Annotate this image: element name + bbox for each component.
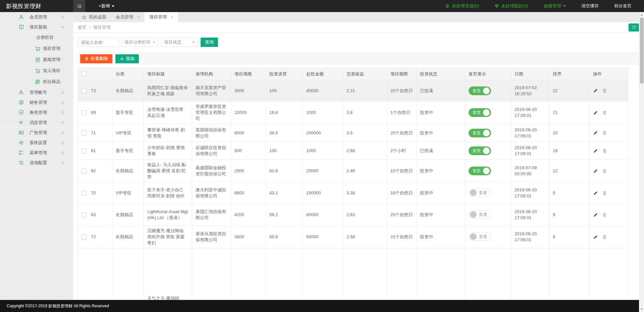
row-checkbox[interactable]: [82, 110, 87, 115]
sidebar-item-2[interactable]: 分类栏目: [0, 32, 73, 43]
progress-value: 43.1: [269, 190, 278, 195]
status-cell: 已投满: [417, 142, 465, 160]
delete-icon[interactable]: [602, 110, 607, 115]
sidebar-item-3[interactable]: 项目管理: [0, 43, 73, 54]
sidebar-item-11[interactable]: 广告管理: [0, 128, 73, 138]
featured-toggle[interactable]: 普通: [469, 188, 491, 197]
breadcrumb-home-link[interactable]: 首页: [78, 24, 87, 30]
status-cell: 投资中: [417, 226, 465, 248]
tab-2[interactable]: 项目管理×: [145, 12, 178, 22]
status-cell: 已投满: [417, 80, 465, 102]
home-icon: [82, 15, 87, 19]
table-row: 72长期精品沉睡魔咒-魔法降临 黑暗升级 冒险 家庭 奇幻香港兴晟投资担保有限公…: [78, 226, 628, 248]
table-row: 71VIP专区攀登者-珠峰传奇 剧情 冒险英国德信担保有限公司800038.52…: [78, 124, 628, 142]
edit-icon[interactable]: [593, 191, 598, 196]
name-search-input[interactable]: [78, 38, 119, 47]
scrollbar-up-arrow[interactable]: ▲: [639, 13, 644, 17]
delete-icon[interactable]: [602, 235, 607, 240]
sidebar-item-9[interactable]: 角色管理: [0, 108, 73, 118]
featured-toggle[interactable]: 普通: [469, 210, 491, 219]
delete-icon[interactable]: [602, 130, 607, 135]
edit-icon[interactable]: [593, 148, 598, 153]
category-filter-select[interactable]: 项目分类栏目: [121, 38, 158, 47]
row-checkbox[interactable]: [82, 148, 87, 153]
column-header-label: 项目期限: [390, 71, 408, 76]
row-checkbox[interactable]: [82, 212, 87, 217]
sidebar-item-1[interactable]: 项目新闻: [0, 22, 73, 32]
table-action-strip: 批量删除 添加: [78, 52, 639, 65]
scrollbar-down-arrow[interactable]: ▼: [639, 307, 644, 311]
column-header-11: 日期: [511, 68, 549, 80]
edit-icon[interactable]: [593, 169, 598, 174]
edit-icon[interactable]: [593, 235, 598, 240]
select-all-checkbox[interactable]: [82, 71, 87, 76]
sidebar-item-5[interactable]: 加入项目: [0, 65, 73, 76]
row-checkbox[interactable]: [82, 130, 87, 135]
sidebar-item-7[interactable]: 管理帐号: [0, 87, 73, 98]
featured-toggle[interactable]: 首页: [469, 129, 491, 137]
edit-icon[interactable]: [593, 88, 598, 93]
sidebar-item-label: 广告管理: [30, 130, 47, 136]
sidebar-item-10[interactable]: 消息管理: [0, 118, 73, 128]
batch-delete-button[interactable]: 批量删除: [80, 54, 112, 63]
row-checkbox[interactable]: [82, 235, 87, 240]
vertical-scrollbar[interactable]: ▲ ▼: [639, 12, 644, 312]
tab-close-icon[interactable]: ×: [171, 15, 173, 19]
actions-cell: [590, 248, 628, 300]
new-dropdown-button[interactable]: +新增: [99, 3, 114, 9]
sidebar-item-12[interactable]: 系统设置: [0, 138, 73, 148]
edit-icon[interactable]: [593, 130, 598, 135]
featured-toggle[interactable]: 首页: [469, 167, 491, 175]
duration-cell: 20个自然日: [387, 124, 417, 142]
scale-cell: 12000: [231, 102, 266, 124]
min-invest-value: 150000: [306, 190, 321, 195]
front-home-link[interactable]: 前台首页: [606, 0, 639, 12]
admin-role-menu[interactable]: 超级管理: [536, 0, 574, 12]
row-actions: [593, 212, 625, 217]
sidebar-item-0[interactable]: 会员管理: [0, 12, 73, 22]
delete-icon[interactable]: [602, 148, 607, 153]
min-invest-cell: 20000: [303, 160, 343, 182]
sidebar-item-14[interactable]: 选项配置: [0, 158, 73, 168]
featured-toggle[interactable]: 首页: [469, 86, 491, 95]
edit-icon[interactable]: [593, 110, 598, 115]
title-value: 天气之子-重现晴: [147, 296, 179, 300]
category-cell: 新手专区: [112, 142, 144, 160]
sidebar-item-4[interactable]: 新闻管理: [0, 54, 73, 65]
row-actions: [593, 88, 625, 93]
refresh-button[interactable]: [629, 23, 639, 32]
edit-icon[interactable]: [593, 212, 598, 217]
featured-toggle-label: 普通: [479, 234, 487, 240]
sidebar-item-8[interactable]: 财务管理: [0, 98, 73, 108]
sidebar-item-13[interactable]: 菜单管理: [0, 148, 73, 158]
delete-icon[interactable]: [602, 212, 607, 217]
clear-cache-link[interactable]: 清空缓存: [574, 0, 606, 12]
add-button[interactable]: 添加: [115, 54, 139, 63]
pending-recharge-link[interactable]: 未处理充值(0): [437, 0, 487, 12]
featured-toggle[interactable]: 首页: [469, 108, 491, 117]
delete-icon[interactable]: [602, 88, 607, 93]
delete-icon[interactable]: [602, 169, 607, 174]
sidebar-toggle-button[interactable]: [73, 0, 85, 12]
category-cell: VIP专区: [112, 124, 144, 142]
scale-cell: [231, 248, 266, 300]
sidebar-item-6[interactable]: 积分商品: [0, 76, 73, 87]
scrollbar-thumb[interactable]: [640, 17, 644, 84]
row-actions: [593, 191, 625, 196]
status-filter-select[interactable]: 项目状态: [161, 38, 198, 47]
featured-toggle[interactable]: 首页: [469, 146, 491, 155]
filter-row: 项目分类栏目 项目状态 查询: [78, 38, 639, 47]
delete-icon[interactable]: [602, 191, 607, 196]
tab-close-icon[interactable]: ×: [137, 15, 140, 19]
row-checkbox[interactable]: [82, 88, 87, 93]
row-checkbox[interactable]: [82, 191, 87, 196]
withdraw-gem-icon: [494, 4, 499, 8]
title-value: 风雨同仁堂-除瘟救命 民族之魂 戏曲: [147, 85, 188, 96]
tab-1[interactable]: 会员管理×: [111, 12, 145, 22]
row-checkbox[interactable]: [82, 169, 87, 174]
featured-toggle[interactable]: 普通: [469, 232, 491, 241]
search-button[interactable]: 查询: [201, 38, 218, 47]
pending-withdraw-link[interactable]: 未处理提款(0): [487, 0, 536, 12]
tab-0[interactable]: 我的桌面: [77, 12, 111, 22]
featured-toggle-label: 普通: [479, 190, 487, 196]
